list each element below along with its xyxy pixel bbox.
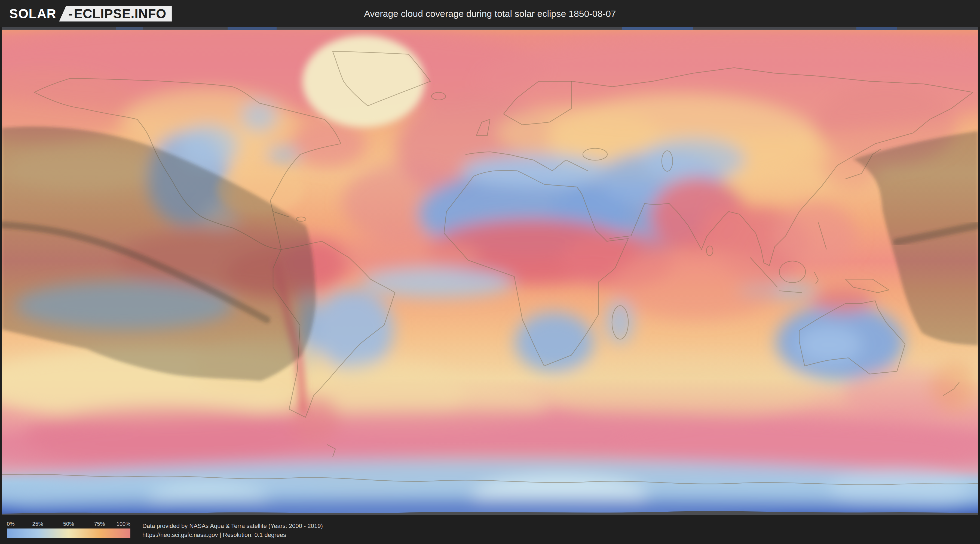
legend-gradient-bar <box>7 528 130 538</box>
legend-tick-labels: 0% 25% 50% 75% 100% <box>7 521 130 528</box>
footer: 0% 25% 50% 75% 100% Data provided by NAS… <box>0 515 980 544</box>
legend-label-0: 0% <box>7 521 15 527</box>
attribution-line1: Data provided by NASAs Aqua & Terra sate… <box>142 522 323 530</box>
world-cloud-coverage-map <box>2 27 978 515</box>
app-header: SOLAR - ECLIPSE.INFO Average cloud cover… <box>0 0 980 27</box>
legend-label-25: 25% <box>32 521 43 527</box>
greenland-clear-patch <box>302 35 425 127</box>
page: SOLAR - ECLIPSE.INFO Average cloud cover… <box>0 0 980 544</box>
legend-label-50: 50% <box>63 521 74 527</box>
world-map-svg <box>2 27 978 515</box>
legend-label-100: 100% <box>116 521 130 527</box>
legend-label-75: 75% <box>94 521 105 527</box>
page-title: Average cloud coverage during total sola… <box>0 0 980 27</box>
data-attribution: Data provided by NASAs Aqua & Terra sate… <box>142 522 323 539</box>
attribution-line2: https://neo.sci.gsfc.nasa.gov | Resoluti… <box>142 530 323 539</box>
cloud-coverage-legend: 0% 25% 50% 75% 100% <box>7 521 130 538</box>
